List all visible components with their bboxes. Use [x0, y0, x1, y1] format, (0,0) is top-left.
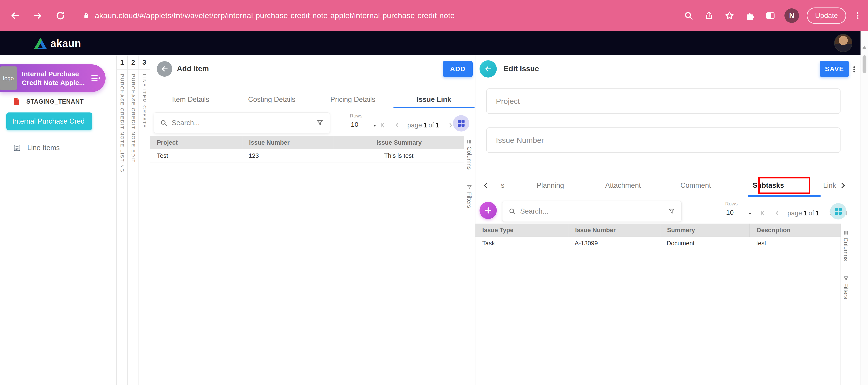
add-subtask-button[interactable] — [479, 202, 497, 219]
applet-banner[interactable]: logo Internal Purchase Credit Note Apple… — [0, 64, 105, 92]
columns-toggle[interactable]: Columns — [466, 139, 473, 170]
sidebar-item-label: Line Items — [27, 144, 60, 152]
subtasks-toolbar: Rows 10 page1of1 — [475, 201, 861, 222]
panel-kebab-icon[interactable] — [850, 64, 858, 74]
tab-clipped[interactable]: s — [491, 174, 514, 197]
tenant-icon — [12, 97, 21, 106]
issue-link-search[interactable] — [154, 112, 330, 133]
table-row[interactable]: Task A-13099 Document test — [475, 237, 840, 250]
brand-text: akaun — [51, 37, 81, 49]
save-button[interactable]: SAVE — [819, 61, 849, 77]
tab-subtasks[interactable]: Subtasks — [732, 174, 805, 197]
applet-title: Internal Purchase Credit Note Apple... — [22, 69, 85, 87]
chrome-update-button[interactable]: Update — [807, 7, 846, 24]
dropdown-caret-icon — [372, 123, 377, 128]
tab-issue-link[interactable]: Issue Link — [394, 91, 474, 108]
browser-profile-avatar[interactable]: N — [784, 8, 799, 23]
tab-attachment[interactable]: Attachment — [587, 174, 659, 197]
table-row[interactable]: Test 123 This is test — [150, 149, 464, 163]
filter-icon[interactable] — [316, 119, 324, 127]
search-input[interactable] — [172, 119, 316, 127]
col-issue-number: Issue Number — [242, 136, 334, 149]
edit-issue-back-button[interactable] — [479, 60, 497, 77]
scroll-up-arrow-icon[interactable] — [862, 45, 866, 49]
prev-page-icon[interactable] — [773, 209, 782, 218]
grid-view-button[interactable] — [830, 203, 846, 219]
strip-label: PURCHASE CREDIT NOTE EDIT — [130, 74, 136, 163]
add-item-back-button[interactable] — [157, 61, 172, 77]
browser-forward-icon[interactable] — [30, 7, 46, 24]
grid-view-icon — [457, 119, 466, 128]
add-item-toolbar: Rows 10 page1of1 — [150, 112, 474, 134]
rows-select[interactable]: 10 — [350, 119, 378, 130]
line-items-icon — [13, 143, 21, 152]
filters-toggle[interactable]: Filters — [466, 184, 473, 208]
strip-purchase-credit-note-listing[interactable]: 1 PURCHASE CREDIT NOTE LISTING — [116, 55, 127, 385]
page-scrollbar[interactable] — [861, 31, 868, 385]
rows-select[interactable]: 10 — [725, 207, 753, 218]
tab-planning[interactable]: Planning — [514, 174, 587, 197]
strip-number: 3 — [139, 55, 150, 70]
akaun-logo-icon — [34, 38, 47, 49]
tab-link[interactable]: Link — [805, 174, 836, 197]
table-side-rail: Columns Filters — [840, 223, 851, 385]
project-input[interactable] — [496, 97, 831, 106]
back-arrow-icon — [484, 64, 493, 74]
extensions-icon[interactable] — [744, 9, 756, 22]
lock-icon[interactable] — [81, 11, 91, 20]
tenant-selector[interactable]: STAGING_TENANT — [0, 96, 98, 107]
module-button[interactable]: Internal Purchase Cred — [6, 112, 92, 130]
edit-issue-tabs: s Planning Attachment Comment Subtasks L… — [475, 174, 861, 197]
issue-number-field[interactable] — [486, 128, 840, 153]
project-field[interactable] — [486, 89, 840, 114]
prev-page-icon[interactable] — [393, 120, 402, 130]
scrollbar-thumb[interactable] — [863, 55, 866, 73]
strip-purchase-credit-note-edit[interactable]: 2 PURCHASE CREDIT NOTE EDIT — [127, 55, 138, 385]
tab-pricing-details[interactable]: Pricing Details — [312, 91, 394, 108]
add-item-title: Add Item — [177, 64, 209, 73]
tabs-scroll-left-icon[interactable] — [481, 180, 491, 191]
side-panel-icon[interactable] — [764, 9, 777, 22]
browser-menu-kebab-icon[interactable] — [851, 9, 864, 22]
first-page-icon[interactable] — [758, 209, 767, 218]
plus-icon — [484, 206, 493, 215]
table-side-rail: Columns Filters — [464, 136, 474, 385]
search-icon — [160, 119, 167, 127]
filters-toggle[interactable]: Filters — [842, 276, 849, 299]
strip-line-item-create[interactable]: 3 LINE ITEM CREATE — [138, 55, 150, 385]
sidebar-item-line-items[interactable]: Line Items — [0, 142, 98, 153]
columns-toggle[interactable]: Columns — [842, 230, 849, 261]
collapse-menu-icon[interactable] — [89, 72, 102, 85]
dropdown-caret-icon — [747, 211, 753, 216]
search-input[interactable] — [520, 207, 668, 215]
tabs-viewport: s Planning Attachment Comment Subtasks L… — [491, 174, 836, 197]
issue-number-input[interactable] — [496, 136, 831, 145]
tab-item-details[interactable]: Item Details — [150, 91, 231, 108]
search-icon — [508, 207, 516, 215]
bookmark-star-icon[interactable] — [723, 9, 736, 22]
sidebar: logo Internal Purchase Credit Note Apple… — [0, 55, 98, 385]
tab-comment[interactable]: Comment — [659, 174, 732, 197]
subtasks-search[interactable] — [502, 201, 682, 222]
add-button[interactable]: ADD — [443, 61, 473, 77]
app-header: akaun — [0, 31, 861, 55]
strip-number: 2 — [128, 55, 138, 70]
tabs-scroll-right-icon[interactable] — [838, 180, 848, 191]
col-issue-summary: Issue Summary — [334, 136, 464, 149]
table-header: Issue Type Issue Number Summary Descript… — [475, 223, 840, 237]
browser-chrome: akaun.cloud/#/applets/tnt/wavelet/erp/in… — [0, 0, 868, 31]
browser-reload-icon[interactable] — [52, 7, 68, 24]
columns-icon — [843, 230, 849, 236]
add-item-panel: Add Item ADD Item Details Costing Detail… — [150, 55, 474, 385]
filter-icon[interactable] — [668, 207, 676, 215]
col-summary: Summary — [660, 223, 749, 237]
find-in-page-icon[interactable] — [682, 9, 695, 22]
url-bar[interactable]: akaun.cloud/#/applets/tnt/wavelet/erp/in… — [95, 11, 455, 20]
share-icon[interactable] — [703, 9, 715, 22]
grid-view-button[interactable] — [453, 115, 469, 132]
first-page-icon[interactable] — [378, 120, 388, 130]
user-avatar[interactable] — [834, 34, 852, 52]
tab-costing-details[interactable]: Costing Details — [231, 91, 312, 108]
browser-back-icon[interactable] — [7, 7, 23, 24]
active-tab-underline — [394, 107, 474, 108]
